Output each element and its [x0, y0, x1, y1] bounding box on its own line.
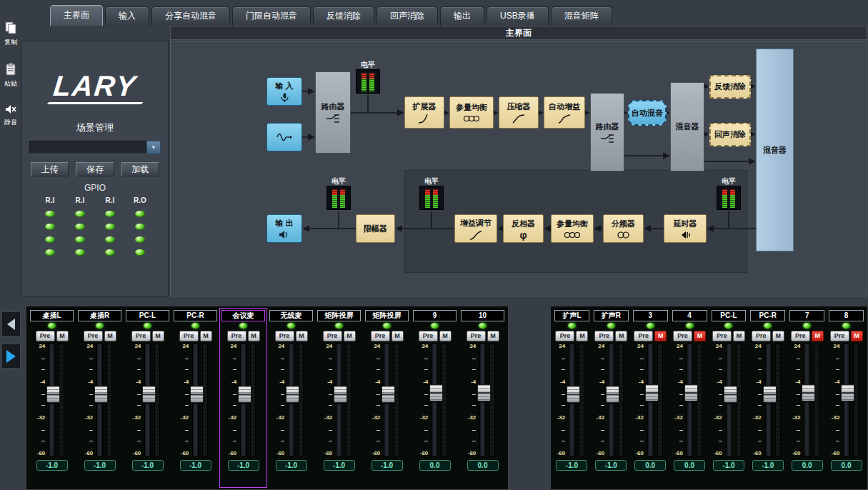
mute-button[interactable]: M — [152, 331, 164, 341]
router-1-block[interactable]: 路由器 — [315, 71, 351, 154]
fader-cap[interactable] — [429, 384, 443, 401]
mute-button[interactable]: M — [104, 331, 116, 341]
channel-name[interactable]: 会议麦 — [221, 310, 265, 321]
fader-cap[interactable] — [841, 384, 854, 401]
tab-4[interactable]: 门限自动混音 — [232, 6, 311, 26]
pre-button[interactable]: Pre — [227, 331, 246, 341]
level-meter-2[interactable]: 电平 — [326, 177, 351, 210]
fader-cap[interactable] — [567, 386, 580, 403]
mute-button[interactable]: M — [439, 331, 452, 341]
channel-name[interactable]: 扩声R — [594, 310, 629, 321]
peq-2-block[interactable]: 参量均衡 — [551, 214, 594, 243]
mute-button[interactable]: M — [391, 331, 404, 341]
channel-name[interactable]: 桌插L — [30, 310, 74, 321]
mute-button[interactable]: M — [851, 331, 863, 341]
channel-name[interactable]: PC-L — [126, 310, 169, 321]
channel-value[interactable]: 0.0 — [831, 460, 862, 471]
mute-button[interactable]: M — [772, 331, 784, 341]
tab-6[interactable]: 回声消除 — [376, 6, 438, 26]
tab-1[interactable]: 主界面 — [50, 5, 103, 26]
tab-5[interactable]: 反馈消除 — [313, 6, 374, 26]
channel-value[interactable]: -1.0 — [752, 460, 784, 471]
tool-mute-button[interactable]: 静音 — [4, 104, 17, 127]
mute-button[interactable]: M — [615, 331, 627, 341]
output-block[interactable]: 输 出 — [266, 214, 302, 243]
scene-dropdown[interactable] — [29, 141, 146, 154]
limiter-block[interactable]: 限幅器 — [356, 214, 395, 243]
channel-name[interactable]: 3 — [633, 310, 668, 321]
channel-name[interactable]: PC-R — [174, 310, 217, 321]
channel-value[interactable]: -1.0 — [228, 460, 259, 471]
level-meter-4[interactable]: 电平 — [717, 177, 741, 210]
channel-name[interactable]: 矩阵投屏 — [317, 310, 361, 321]
router-2-block[interactable]: 路由器 — [590, 93, 624, 171]
crossover-block[interactable]: 分频器 — [603, 214, 644, 243]
pre-button[interactable]: Pre — [712, 331, 732, 341]
channel-name[interactable]: 扩声L — [554, 310, 589, 321]
channel-name[interactable]: 桌插R — [78, 310, 121, 321]
mute-button[interactable]: M — [344, 331, 356, 341]
channel-name[interactable]: 矩阵投屏 — [365, 310, 409, 321]
pre-button[interactable]: Pre — [179, 331, 199, 341]
mute-button[interactable]: M — [248, 331, 260, 341]
mute-button[interactable]: M — [654, 331, 667, 341]
tab-3[interactable]: 分享自动混音 — [151, 6, 230, 26]
mute-button[interactable]: M — [576, 331, 588, 341]
mute-button[interactable]: M — [733, 331, 745, 341]
tab-8[interactable]: USB录播 — [487, 6, 549, 26]
fader-cap[interactable] — [802, 384, 815, 401]
input-mic-block[interactable]: 输 入 — [266, 77, 302, 106]
channel-value[interactable]: -1.0 — [276, 460, 307, 471]
fader-cap[interactable] — [94, 386, 108, 403]
pre-button[interactable]: Pre — [323, 331, 342, 341]
scroll-right-button[interactable] — [1, 344, 21, 369]
channel-value[interactable]: -1.0 — [556, 460, 587, 471]
fader-cap[interactable] — [334, 386, 347, 403]
tool-paste-button[interactable]: 粘贴 — [4, 63, 17, 89]
tab-9[interactable]: 混音矩阵 — [551, 6, 612, 26]
fader-cap[interactable] — [684, 384, 698, 401]
fader-cap[interactable] — [606, 386, 619, 403]
channel-value[interactable]: 0.0 — [467, 460, 499, 471]
mute-button[interactable]: M — [56, 331, 69, 341]
expander-block[interactable]: 扩展器 — [404, 96, 444, 129]
channel-name[interactable]: 7 — [789, 310, 824, 321]
pre-button[interactable]: Pre — [419, 331, 438, 341]
mute-button[interactable]: M — [812, 331, 824, 341]
automix-block[interactable]: 自动混音 — [628, 100, 667, 126]
mute-button[interactable]: M — [296, 331, 308, 341]
pre-button[interactable]: Pre — [131, 331, 151, 341]
gain-block[interactable]: 增益调节 — [454, 214, 497, 243]
channel-value[interactable]: 0.0 — [634, 460, 666, 471]
channel-value[interactable]: 0.0 — [792, 460, 823, 471]
compressor-block[interactable]: 压缩器 — [499, 96, 539, 129]
mixer-1-block[interactable]: 混音器 — [670, 82, 704, 171]
channel-value[interactable]: -1.0 — [132, 460, 164, 471]
input-line-block[interactable] — [266, 123, 302, 151]
mute-button[interactable]: M — [694, 331, 706, 341]
channel-name[interactable]: 8 — [829, 310, 864, 321]
channel-value[interactable]: 0.0 — [419, 460, 451, 471]
mixer-main-block[interactable]: 混音器 — [756, 49, 794, 251]
channel-value[interactable]: -1.0 — [371, 460, 403, 471]
fader-cap[interactable] — [381, 386, 395, 403]
channel-name[interactable]: PC-R — [750, 310, 785, 321]
pre-button[interactable]: Pre — [371, 331, 390, 341]
pre-button[interactable]: Pre — [830, 331, 849, 341]
scroll-left-button[interactable] — [1, 311, 21, 336]
channel-value[interactable]: -1.0 — [713, 460, 744, 471]
fader-cap[interactable] — [190, 386, 204, 403]
fader-cap[interactable] — [46, 386, 60, 403]
pre-button[interactable]: Pre — [36, 331, 55, 341]
mute-button[interactable]: M — [200, 331, 212, 341]
afc-block[interactable]: 反馈消除 — [709, 75, 751, 99]
tab-7[interactable]: 输出 — [440, 6, 484, 26]
channel-value[interactable]: -1.0 — [36, 460, 68, 471]
pre-button[interactable]: Pre — [594, 331, 614, 341]
channel-name[interactable]: 10 — [461, 310, 504, 321]
channel-value[interactable]: -1.0 — [595, 460, 627, 471]
fader-cap[interactable] — [142, 386, 156, 403]
pre-button[interactable]: Pre — [791, 331, 810, 341]
fader-cap[interactable] — [286, 386, 299, 403]
pre-button[interactable]: Pre — [752, 331, 771, 341]
